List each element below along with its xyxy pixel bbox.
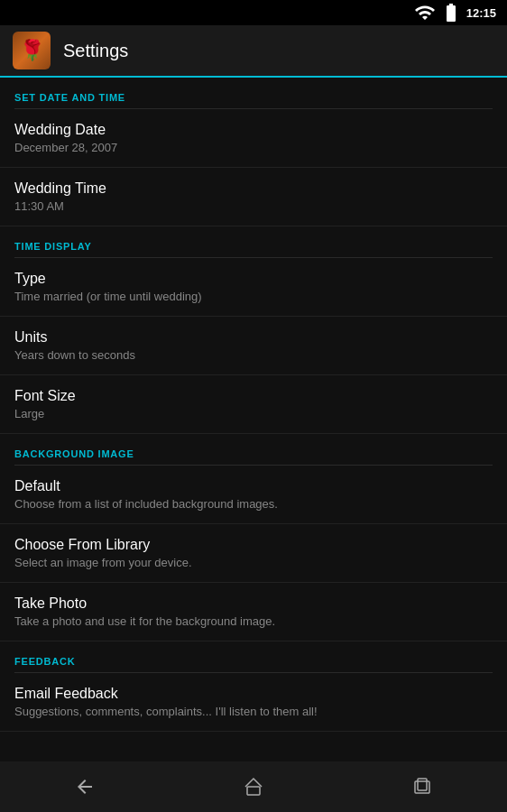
home-button[interactable]	[226, 769, 281, 805]
section-time-display: TIME DISPLAY Type Time married (or time …	[0, 226, 507, 434]
status-icons: 12:15	[414, 2, 496, 23]
app-bar: 🌹 Settings	[0, 25, 507, 78]
take-photo-item[interactable]: Take Photo Take a photo and use it for t…	[0, 583, 507, 641]
wedding-date-item[interactable]: Wedding Date December 28, 2007	[0, 109, 507, 168]
section-header-feedback: FEEDBACK	[0, 641, 507, 672]
units-title: Units	[14, 329, 493, 346]
take-photo-title: Take Photo	[14, 595, 493, 612]
svg-rect-0	[247, 787, 260, 795]
wedding-date-subtitle: December 28, 2007	[14, 141, 493, 154]
wifi-icon	[414, 2, 436, 23]
status-bar: 12:15	[0, 0, 507, 25]
font-size-subtitle: Large	[14, 407, 493, 420]
recents-button[interactable]	[395, 769, 449, 805]
default-subtitle: Choose from a list of included backgroun…	[14, 497, 493, 511]
section-header-background: BACKGROUND IMAGE	[0, 434, 507, 465]
nav-bar	[0, 761, 507, 812]
section-header-time-display: TIME DISPLAY	[0, 226, 507, 257]
back-button[interactable]	[58, 769, 112, 805]
wedding-time-item[interactable]: Wedding Time 11:30 AM	[0, 168, 507, 226]
default-title: Default	[14, 478, 493, 494]
type-subtitle: Time married (or time until wedding)	[14, 290, 493, 303]
choose-library-item[interactable]: Choose From Library Select an image from…	[0, 524, 507, 583]
battery-icon	[440, 2, 462, 23]
home-icon	[243, 776, 264, 798]
section-header-date-time: SET DATE AND TIME	[0, 78, 507, 108]
email-feedback-title: Email Feedback	[14, 686, 493, 702]
font-size-title: Font Size	[14, 388, 493, 404]
default-item[interactable]: Default Choose from a list of included b…	[0, 466, 507, 524]
choose-library-subtitle: Select an image from your device.	[14, 556, 493, 569]
units-subtitle: Years down to seconds	[14, 348, 493, 362]
recents-icon	[411, 776, 433, 798]
section-background-image: BACKGROUND IMAGE Default Choose from a l…	[0, 434, 507, 641]
app-icon: 🌹	[13, 32, 51, 69]
wedding-date-title: Wedding Date	[14, 122, 493, 138]
units-item[interactable]: Units Years down to seconds	[0, 317, 507, 375]
back-icon	[74, 776, 96, 798]
status-time: 12:15	[466, 6, 496, 20]
type-item[interactable]: Type Time married (or time until wedding…	[0, 258, 507, 317]
app-title: Settings	[63, 41, 128, 61]
type-title: Type	[14, 271, 493, 287]
section-set-date-time: SET DATE AND TIME Wedding Date December …	[0, 78, 507, 226]
section-feedback: FEEDBACK Email Feedback Suggestions, com…	[0, 641, 507, 732]
wedding-time-subtitle: 11:30 AM	[14, 199, 493, 213]
take-photo-subtitle: Take a photo and use it for the backgrou…	[14, 614, 493, 628]
settings-content: SET DATE AND TIME Wedding Date December …	[0, 78, 507, 761]
wedding-time-title: Wedding Time	[14, 180, 493, 197]
font-size-item[interactable]: Font Size Large	[0, 375, 507, 434]
choose-library-title: Choose From Library	[14, 537, 493, 553]
svg-rect-2	[418, 779, 427, 790]
email-feedback-subtitle: Suggestions, comments, complaints... I'l…	[14, 705, 493, 718]
email-feedback-item[interactable]: Email Feedback Suggestions, comments, co…	[0, 673, 507, 732]
